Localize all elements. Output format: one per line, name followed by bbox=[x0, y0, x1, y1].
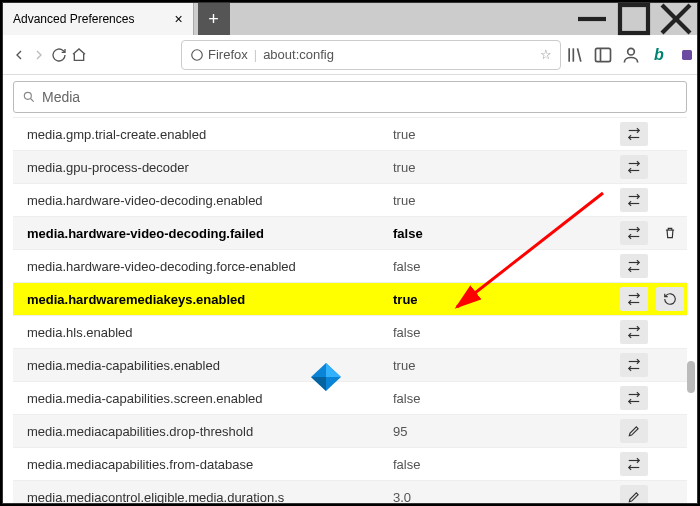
minimize-button[interactable] bbox=[571, 3, 613, 35]
identity-box[interactable]: Firefox bbox=[190, 47, 248, 62]
search-icon bbox=[22, 90, 36, 104]
reset-button[interactable] bbox=[656, 287, 684, 311]
titlebar: Advanced Preferences × + bbox=[3, 3, 697, 35]
pref-name: media.mediacapabilities.from-database bbox=[13, 457, 393, 472]
pref-row: media.mediacapabilities.from-databasefal… bbox=[13, 447, 687, 480]
toggle-button[interactable] bbox=[620, 221, 648, 245]
extension-icon[interactable] bbox=[677, 45, 697, 65]
pref-row: media.hardware-video-decoding.force-enab… bbox=[13, 249, 687, 282]
toggle-button[interactable] bbox=[620, 188, 648, 212]
svg-marker-38 bbox=[326, 363, 341, 377]
navigation-toolbar: Firefox | about:config ☆ b bbox=[3, 35, 697, 75]
url-bar[interactable]: Firefox | about:config ☆ bbox=[181, 40, 561, 70]
config-search-input[interactable]: Media bbox=[13, 81, 687, 113]
close-window-button[interactable] bbox=[655, 3, 697, 35]
pref-name: media.hardware-video-decoding.force-enab… bbox=[13, 259, 393, 274]
watermark-logo bbox=[311, 363, 341, 391]
forward-button[interactable] bbox=[31, 41, 47, 69]
pref-row: media.media-capabilities.screen.enabledf… bbox=[13, 381, 687, 414]
home-button[interactable] bbox=[71, 41, 87, 69]
pref-value: false bbox=[393, 391, 615, 406]
pref-value: true bbox=[393, 292, 615, 307]
bing-extension-icon[interactable]: b bbox=[649, 45, 669, 65]
pref-name: media.media-capabilities.screen.enabled bbox=[13, 391, 393, 406]
pref-name: media.gmp.trial-create.enabled bbox=[13, 127, 393, 142]
url-text: about:config bbox=[263, 47, 534, 62]
pref-row: media.hardware-video-decoding.failedfals… bbox=[13, 216, 687, 249]
pref-row: media.hardwaremediakeys.enabledtrue bbox=[13, 282, 687, 315]
svg-rect-8 bbox=[596, 48, 611, 61]
pref-name: media.gpu-process-decoder bbox=[13, 160, 393, 175]
reload-button[interactable] bbox=[51, 41, 67, 69]
toggle-button[interactable] bbox=[620, 452, 648, 476]
svg-point-4 bbox=[192, 49, 203, 60]
pref-value: false bbox=[393, 259, 615, 274]
pref-value: 3.0 bbox=[393, 490, 615, 504]
pref-name: media.hls.enabled bbox=[13, 325, 393, 340]
svg-rect-11 bbox=[682, 50, 692, 60]
edit-button[interactable] bbox=[620, 419, 648, 443]
pref-value: 95 bbox=[393, 424, 615, 439]
new-tab-button[interactable]: + bbox=[198, 3, 230, 35]
toggle-button[interactable] bbox=[620, 122, 648, 146]
sidebar-icon[interactable] bbox=[593, 45, 613, 65]
tab-title: Advanced Preferences bbox=[13, 12, 134, 26]
pref-name: media.hardware-video-decoding.failed bbox=[13, 226, 393, 241]
svg-line-7 bbox=[578, 48, 581, 61]
close-tab-icon[interactable]: × bbox=[174, 11, 182, 27]
toggle-button[interactable] bbox=[620, 155, 648, 179]
pref-value: true bbox=[393, 193, 615, 208]
pref-value: true bbox=[393, 127, 615, 142]
pref-name: media.hardwaremediakeys.enabled bbox=[13, 292, 393, 307]
back-button[interactable] bbox=[11, 41, 27, 69]
pref-row: media.gpu-process-decodertrue bbox=[13, 150, 687, 183]
toggle-button[interactable] bbox=[620, 320, 648, 344]
pref-name: media.mediacontrol.eligible.media.durati… bbox=[13, 490, 393, 504]
pref-row: media.media-capabilities.enabledtrue bbox=[13, 348, 687, 381]
content-area: Media media.gmp.trial-create.enabledtrue… bbox=[3, 75, 697, 503]
search-value: Media bbox=[42, 89, 80, 105]
pref-value: false bbox=[393, 325, 615, 340]
svg-rect-1 bbox=[620, 5, 648, 33]
identity-label: Firefox bbox=[208, 47, 248, 62]
svg-point-10 bbox=[628, 48, 635, 55]
pref-name: media.mediacapabilities.drop-threshold bbox=[13, 424, 393, 439]
library-icon[interactable] bbox=[565, 45, 585, 65]
pref-row: media.mediacapabilities.drop-threshold95 bbox=[13, 414, 687, 447]
svg-point-15 bbox=[24, 92, 31, 99]
maximize-button[interactable] bbox=[613, 3, 655, 35]
account-icon[interactable] bbox=[621, 45, 641, 65]
pref-value: true bbox=[393, 160, 615, 175]
pref-value: false bbox=[393, 457, 615, 472]
pref-value: true bbox=[393, 358, 615, 373]
pref-row: media.hardware-video-decoding.enabledtru… bbox=[13, 183, 687, 216]
edit-button[interactable] bbox=[620, 485, 648, 503]
bookmark-star-icon[interactable]: ☆ bbox=[540, 47, 552, 62]
pref-row: media.mediacontrol.eligible.media.durati… bbox=[13, 480, 687, 503]
svg-line-16 bbox=[31, 99, 34, 102]
pref-name: media.hardware-video-decoding.enabled bbox=[13, 193, 393, 208]
svg-marker-39 bbox=[311, 377, 326, 391]
delete-button[interactable] bbox=[656, 221, 684, 245]
toggle-button[interactable] bbox=[620, 353, 648, 377]
toggle-button[interactable] bbox=[620, 287, 648, 311]
toggle-button[interactable] bbox=[620, 386, 648, 410]
pref-value: false bbox=[393, 226, 615, 241]
browser-tab[interactable]: Advanced Preferences × bbox=[3, 3, 194, 35]
scrollbar-thumb[interactable] bbox=[687, 361, 695, 393]
pref-row: media.hls.enabledfalse bbox=[13, 315, 687, 348]
pref-row: media.gmp.trial-create.enabledtrue bbox=[13, 117, 687, 150]
app-window: Advanced Preferences × + Firefox | about… bbox=[2, 2, 698, 504]
toggle-button[interactable] bbox=[620, 254, 648, 278]
preferences-table: media.gmp.trial-create.enabledtruemedia.… bbox=[13, 117, 687, 503]
